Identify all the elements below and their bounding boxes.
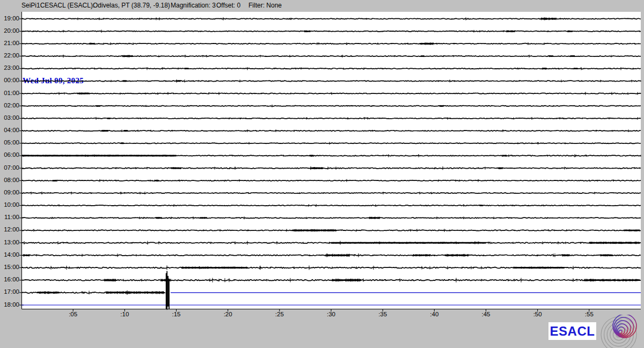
- minute-tick-label: :15: [167, 311, 186, 317]
- minute-tick-label: :35: [374, 311, 392, 317]
- minute-tick-label: :40: [425, 311, 443, 317]
- esacl-logo-link[interactable]: ESACL: [548, 322, 596, 340]
- plot-area: [21, 12, 641, 309]
- minute-tick-label: :55: [580, 311, 598, 317]
- station-location-label: Odivelas, PT (38.79, -9.18): [93, 2, 170, 9]
- helicorder-window: SeiPi1CESACL (ESACL): Odivelas, PT (38.7…: [0, 0, 644, 348]
- row-time-label: 04:00: [0, 127, 19, 133]
- row-time-label: 18:00: [0, 301, 19, 308]
- row-time-label: 14:00: [0, 251, 19, 258]
- row-time-label: 00:00: [0, 77, 19, 83]
- esacl-logo-text: ESACL: [550, 324, 595, 339]
- minute-tick-label: :45: [477, 311, 495, 317]
- date-marker: Wed Jul 09, 2025: [23, 76, 84, 85]
- row-time-label: 12:00: [0, 226, 19, 233]
- row-time-label: 10:00: [0, 201, 19, 208]
- minute-tick-label: :05: [64, 311, 82, 317]
- minute-tick-label: :25: [270, 311, 289, 317]
- row-time-label: 22:00: [0, 52, 19, 59]
- row-time-label: 19:00: [0, 15, 19, 21]
- row-time-label: 08:00: [0, 177, 19, 183]
- row-time-label: 02:00: [0, 102, 19, 108]
- minute-tick-label: :30: [322, 311, 340, 317]
- station-id-label: SeiPi1CESACL (ESACL):: [21, 2, 94, 9]
- row-time-label: 15:00: [0, 264, 19, 270]
- row-time-label: 06:00: [0, 151, 19, 158]
- offset-label: Offset: 0: [216, 2, 240, 9]
- header-bar: SeiPi1CESACL (ESACL): Odivelas, PT (38.7…: [0, 0, 644, 12]
- row-time-label: 09:00: [0, 189, 19, 195]
- row-time-label: 07:00: [0, 164, 19, 171]
- row-time-label: 20:00: [0, 27, 19, 34]
- filter-label: Filter: None: [248, 2, 282, 9]
- row-time-label: 01:00: [0, 90, 19, 96]
- row-time-label: 13:00: [0, 239, 19, 245]
- magnification-label: Magnification: 3: [171, 2, 216, 9]
- minute-tick-label: :10: [115, 311, 134, 317]
- row-time-label: 03:00: [0, 114, 19, 121]
- minute-tick-label: :20: [219, 311, 237, 317]
- row-time-label: 05:00: [0, 139, 19, 146]
- minute-tick-label: :50: [529, 311, 547, 317]
- concentric-spiral-icon: [600, 315, 644, 348]
- row-time-label: 11:00: [0, 214, 19, 220]
- row-time-label: 17:00: [0, 288, 19, 295]
- row-time-label: 16:00: [0, 276, 19, 282]
- row-time-label: 23:00: [0, 64, 19, 71]
- row-time-label: 21:00: [0, 40, 19, 46]
